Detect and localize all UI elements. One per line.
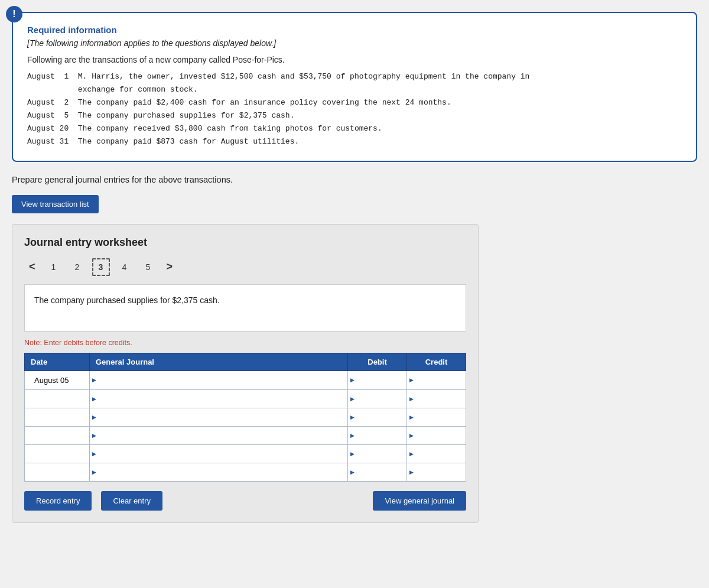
required-info-label: Required information [27,25,682,35]
credit-arrow-0: ▶ [407,377,415,383]
debit-cell-4: ▶ [348,444,407,463]
journal-arrow-2: ▶ [90,414,98,420]
credit-arrow-2: ▶ [407,414,415,420]
date-cell-1 [25,389,90,408]
col-header-date: Date [25,353,90,371]
journal-cell-4: ▶ [90,444,348,463]
journal-arrow-0: ▶ [90,377,98,383]
journal-arrow-5: ▶ [90,469,98,475]
journal-arrow-3: ▶ [90,433,98,438]
table-row: ▶▶▶ [25,426,466,444]
journal-cell-2: ▶ [90,408,348,426]
debit-input-5[interactable] [356,463,406,481]
credit-arrow-3: ▶ [407,433,415,438]
alert-text: ! [12,9,15,20]
journal-arrow-4: ▶ [90,451,98,457]
clear-entry-button[interactable]: Clear entry [101,491,162,511]
table-row: ▶▶▶ [25,463,466,481]
debit-cell-3: ▶ [348,426,407,444]
credit-cell-4: ▶ [407,444,466,463]
col-header-debit: Debit [348,353,407,371]
worksheet-title: Journal entry worksheet [24,236,466,249]
transaction-description: The company purchased supplies for $2,37… [24,284,466,332]
alert-icon: ! [6,6,22,22]
credit-input-3[interactable] [415,427,466,444]
credit-cell-1: ▶ [407,389,466,408]
debit-arrow-4: ▶ [348,451,356,457]
journal-input-3[interactable] [98,427,347,444]
view-transaction-list-button[interactable]: View transaction list [12,195,99,213]
credit-arrow-5: ▶ [407,469,415,475]
table-row: ▶▶▶ [25,408,466,426]
credit-cell-2: ▶ [407,408,466,426]
journal-cell-5: ▶ [90,463,348,481]
info-box: Required information [The following info… [12,12,697,162]
tab-numbers: 1 2 3 4 5 [45,258,157,276]
col-header-journal: General Journal [90,353,348,371]
tab-5[interactable]: 5 [139,258,157,276]
date-input-0[interactable] [30,373,84,387]
debit-input-3[interactable] [356,427,406,444]
tab-navigation: < 1 2 3 4 5 > [24,258,466,276]
credit-cell-3: ▶ [407,426,466,444]
date-cell-5 [25,463,90,481]
journal-cell-3: ▶ [90,426,348,444]
prev-tab-arrow[interactable]: < [24,258,40,275]
debit-arrow-2: ▶ [348,414,356,420]
debit-cell-1: ▶ [348,389,407,408]
tab-1[interactable]: 1 [45,258,63,276]
journal-cell-0: ▶ [90,371,348,389]
journal-input-5[interactable] [98,463,347,481]
action-buttons: Record entry Clear entry View general jo… [24,491,466,511]
view-general-journal-button[interactable]: View general journal [373,491,466,511]
transactions-text: August 1 M. Harris, the owner, invested … [27,70,682,149]
debit-input-4[interactable] [356,445,406,463]
journal-table: Date General Journal Debit Credit ▶▶▶▶▶▶… [24,353,466,482]
worksheet-container: Journal entry worksheet < 1 2 3 4 5 > Th… [12,224,479,523]
date-cell-2 [25,408,90,426]
info-subtitle: [The following information applies to th… [27,38,682,48]
credit-arrow-4: ▶ [407,451,415,457]
journal-input-0[interactable] [98,371,347,389]
credit-input-5[interactable] [415,463,466,481]
date-cell-3 [25,426,90,444]
debit-arrow-1: ▶ [348,396,356,402]
info-intro: Following are the transactions of a new … [27,55,682,64]
note-text: Note: Enter debits before credits. [24,339,466,347]
credit-input-0[interactable] [415,371,466,389]
debit-cell-0: ▶ [348,371,407,389]
debit-cell-5: ▶ [348,463,407,481]
record-entry-button[interactable]: Record entry [24,491,92,511]
debit-input-1[interactable] [356,390,406,408]
tab-2[interactable]: 2 [69,258,86,276]
journal-input-1[interactable] [98,390,347,408]
credit-arrow-1: ▶ [407,396,415,402]
credit-cell-0: ▶ [407,371,466,389]
journal-arrow-1: ▶ [90,396,98,402]
col-header-credit: Credit [407,353,466,371]
table-row: ▶▶▶ [25,371,466,389]
journal-input-2[interactable] [98,408,347,426]
table-row: ▶▶▶ [25,389,466,408]
debit-input-2[interactable] [356,408,406,426]
credit-input-1[interactable] [415,390,466,408]
table-row: ▶▶▶ [25,444,466,463]
credit-cell-5: ▶ [407,463,466,481]
tab-3-active[interactable]: 3 [92,258,110,276]
page-container: ! Required information [The following in… [12,12,697,523]
debit-arrow-5: ▶ [348,469,356,475]
debit-arrow-3: ▶ [348,433,356,438]
debit-cell-2: ▶ [348,408,407,426]
journal-input-4[interactable] [98,445,347,463]
date-cell-0 [25,371,90,389]
debit-arrow-0: ▶ [348,377,356,383]
next-tab-arrow[interactable]: > [162,258,178,275]
prepare-text: Prepare general journal entries for the … [12,175,697,184]
tab-4[interactable]: 4 [116,258,134,276]
credit-input-2[interactable] [415,408,466,426]
debit-input-0[interactable] [356,371,406,389]
date-cell-4 [25,444,90,463]
journal-cell-1: ▶ [90,389,348,408]
credit-input-4[interactable] [415,445,466,463]
